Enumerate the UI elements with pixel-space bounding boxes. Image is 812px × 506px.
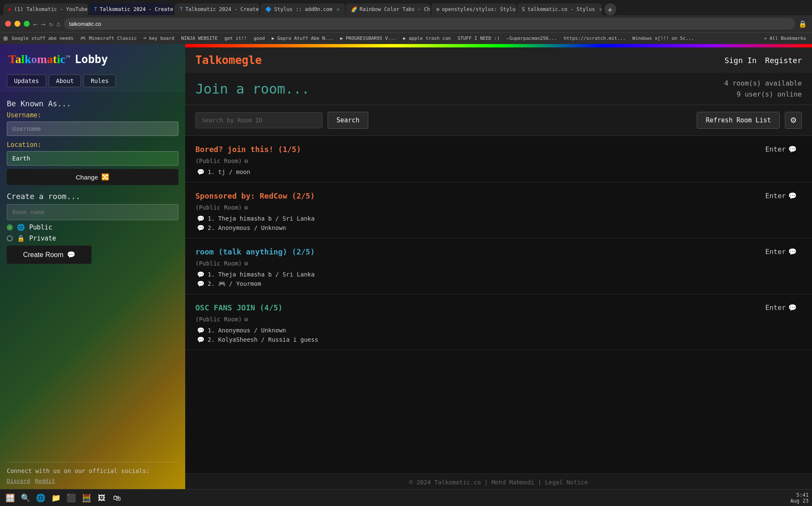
user-chat-icon: 💬 xyxy=(197,224,204,231)
window-close-btn[interactable] xyxy=(5,21,11,27)
bookmark-getit[interactable]: get it!! xyxy=(222,35,250,42)
user-chat-icon: 💬 xyxy=(197,336,204,343)
taskbar-files[interactable]: 📁 xyxy=(49,491,63,505)
search-button[interactable]: Search xyxy=(328,112,368,129)
bookmark-apple[interactable]: ▶ apple trash can xyxy=(400,35,453,42)
location-label: Location: xyxy=(7,141,178,149)
enter-button[interactable]: Enter 💬 xyxy=(760,301,802,314)
private-icon: 🔒 xyxy=(17,235,25,242)
bookmark-keyboard[interactable]: ⌨ key board xyxy=(141,35,177,42)
enter-button[interactable]: Enter 💬 xyxy=(760,189,802,202)
taskbar-terminal[interactable]: ⬛ xyxy=(64,491,78,505)
bookmark-superpacman[interactable]: —Superpacman256... xyxy=(504,35,559,42)
location-input[interactable] xyxy=(7,151,178,166)
lobby-title: Lobby xyxy=(75,53,108,66)
public-icon: 🌐 xyxy=(17,224,25,231)
settings-icon: ⚙ xyxy=(790,116,797,125)
room-user: 💬 2. KolyaSheesh / Russia i guess xyxy=(197,336,802,343)
social-links: Discord Reddit xyxy=(7,478,178,484)
room-title-row: room (talk anything) (2/5) Enter 💬 xyxy=(195,245,802,258)
user-chat-icon: 💬 xyxy=(197,215,204,222)
taskbar-photos[interactable]: 🖼 xyxy=(95,491,108,505)
room-user: 💬 1. Anonymous / Unknown xyxy=(197,327,802,334)
tab-rainbow[interactable]: 🌈 Rainbow Color Tabs - Chro... ✕ xyxy=(346,3,431,15)
room-item[interactable]: room (talk anything) (2/5) Enter 💬 (Publ… xyxy=(185,238,812,294)
bookmark-stuff[interactable]: STUFF I NEED :) xyxy=(455,35,502,42)
tab-openstyles[interactable]: ⚙ openstyles/stylus: Stylus - Us... ✕ xyxy=(431,3,516,15)
discord-link[interactable]: Discord xyxy=(7,478,30,484)
taskbar-chrome[interactable]: 🌐 xyxy=(34,491,47,505)
bookmark-minecraft[interactable]: 🎮 Minecraft Classic xyxy=(78,35,139,42)
tab-talkomatic-2[interactable]: T Talkomatic 2024 - Create and... ✕ xyxy=(175,3,259,15)
room-title-row: Sponsored by: RedCow (2/5) Enter 💬 xyxy=(195,189,802,202)
change-button[interactable]: Change 🔀 xyxy=(7,169,178,185)
username-label: Username: xyxy=(7,111,178,119)
room-users: 💬 1. Anonymous / Unknown 💬 2. KolyaShees… xyxy=(195,327,802,343)
room-settings-icon: ⚙️ xyxy=(245,260,248,267)
extensions-area: 🔒 xyxy=(798,20,807,28)
reload-btn[interactable]: ↻ xyxy=(49,20,53,28)
tab-stylus2[interactable]: S talkomatic.co - Stylus ✕ xyxy=(517,3,602,15)
room-settings-icon: ⚙️ xyxy=(245,204,248,211)
taskbar-store[interactable]: 🛍 xyxy=(110,491,124,505)
window-min-btn[interactable] xyxy=(14,21,20,27)
taskbar-search[interactable]: 🔍 xyxy=(19,491,32,505)
room-item[interactable]: Sponsored by: RedCow (2/5) Enter 💬 (Publ… xyxy=(185,182,812,238)
bookmark-good[interactable]: good xyxy=(251,35,268,42)
bookmark-gopro[interactable]: ▶ Gopro Atuff Abe N... xyxy=(269,35,336,42)
window-max-btn[interactable] xyxy=(24,21,30,27)
site-logo: Talkomatic™ xyxy=(8,53,70,66)
create-room-button[interactable]: Create Room 💬 xyxy=(7,246,92,264)
public-option[interactable]: 🌐 Public xyxy=(7,224,178,231)
room-item[interactable]: Bored? join this! (1/5) Enter 💬 (Public … xyxy=(185,136,812,182)
bookmark-all[interactable]: » All Bookmarks xyxy=(762,35,809,42)
tab-youtube[interactable]: ▶ (1) Talkomatic - YouTube ✕ xyxy=(3,3,88,15)
taskbar-calculator[interactable]: 🧮 xyxy=(80,491,93,505)
sidebar-header: Talkomatic™ Lobby xyxy=(0,44,185,75)
room-settings-icon: ⚙️ xyxy=(245,316,248,323)
main-panel: Talkomegle Sign In Register Join a room.… xyxy=(185,44,812,491)
bookmark-scratch[interactable]: https://scratch.mit... xyxy=(561,35,628,42)
back-btn[interactable]: ← xyxy=(33,19,38,28)
home-btn[interactable]: ⌂ xyxy=(56,20,61,28)
settings-button[interactable]: ⚙ xyxy=(785,112,802,129)
room-type-badge: (Public Room) ⚙️ xyxy=(195,158,802,164)
room-name-input[interactable] xyxy=(7,204,178,220)
enter-icon: 💬 xyxy=(788,248,797,256)
tab-stylus[interactable]: 🔷 Stylus :: add0n.com ✕ xyxy=(260,3,345,15)
room-name: Bored? join this! (1/5) xyxy=(195,145,301,154)
room-title-row: OSC FANS JOIN (4/5) Enter 💬 xyxy=(195,301,802,314)
room-user: 💬 1. Theja himasha b / Sri Lanka xyxy=(197,215,802,222)
enter-button[interactable]: Enter 💬 xyxy=(760,245,802,258)
private-option[interactable]: 🔒 Private xyxy=(7,235,178,242)
close-tab-icon[interactable]: ✕ xyxy=(599,6,602,12)
updates-button[interactable]: Updates xyxy=(7,75,46,87)
enter-button[interactable]: Enter 💬 xyxy=(760,143,802,156)
apps-icon[interactable]: ⊞ xyxy=(3,34,8,42)
rules-button[interactable]: Rules xyxy=(83,75,116,87)
username-input[interactable] xyxy=(7,122,178,136)
room-search-input[interactable] xyxy=(195,112,323,128)
be-known-title: Be Known As... xyxy=(7,99,178,108)
sign-in-button[interactable]: Sign In xyxy=(724,56,756,65)
bookmark-ninja[interactable]: NINJA WEBSITE xyxy=(178,35,220,42)
address-input[interactable] xyxy=(64,18,795,30)
room-item[interactable]: OSC FANS JOIN (4/5) Enter 💬 (Public Room… xyxy=(185,294,812,350)
refresh-button[interactable]: Refresh Room List xyxy=(697,112,780,129)
private-radio[interactable] xyxy=(7,235,13,241)
about-button[interactable]: About xyxy=(49,75,81,87)
bookmark-google[interactable]: Google stuff abe needs xyxy=(9,35,76,42)
close-tab-icon[interactable]: ✕ xyxy=(336,6,339,12)
new-tab-button[interactable]: + xyxy=(604,3,616,15)
room-user: 💬 2. Anonymous / Unknown xyxy=(197,224,802,231)
forward-btn[interactable]: → xyxy=(41,19,46,28)
user-chat-icon: 💬 xyxy=(197,169,204,175)
taskbar-start[interactable]: 🪟 xyxy=(3,491,17,505)
room-users: 💬 1. tj / moon xyxy=(195,169,802,175)
reddit-link[interactable]: Reddit xyxy=(35,478,55,484)
bookmark-progressbar[interactable]: ▶ PROGRESSBAR95 V... xyxy=(338,35,399,42)
public-radio[interactable] xyxy=(7,224,13,230)
bookmark-windows[interactable]: Windows x[!!! on Sc... xyxy=(630,35,697,42)
tab-talkomatic-1[interactable]: T Talkomatic 2024 - Create and... ✕ xyxy=(89,3,174,15)
register-button[interactable]: Register xyxy=(765,56,802,65)
